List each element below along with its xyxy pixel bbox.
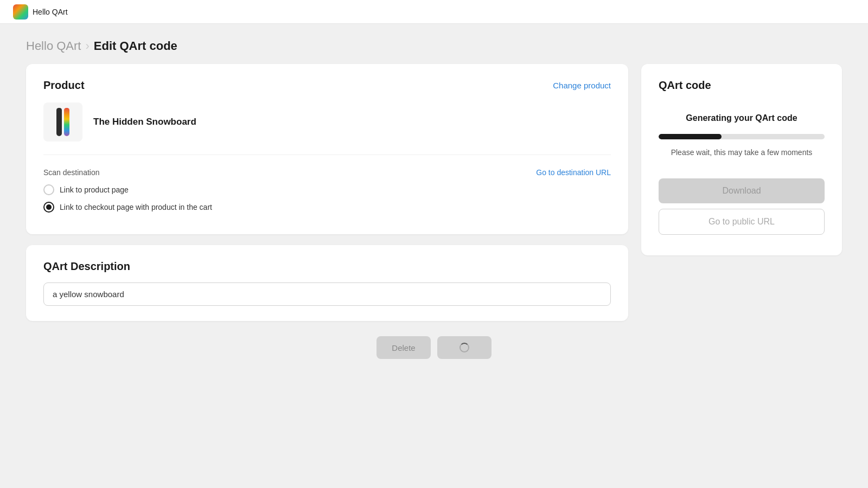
product-info: The Hidden Snowboard (43, 102, 611, 155)
breadcrumb-separator: › (85, 39, 89, 53)
breadcrumb-current: Edit QArt code (94, 39, 177, 53)
product-image (43, 102, 82, 142)
radio-circle-checkout[interactable] (43, 202, 54, 213)
radio-label-product-page: Link to product page (60, 185, 129, 194)
product-card: Product Change product The Hidden Snowbo… (26, 64, 628, 234)
progress-bar-bg (659, 134, 825, 139)
left-column: Product Change product The Hidden Snowbo… (26, 64, 628, 321)
product-card-title: Product (43, 79, 85, 92)
snowboard-right (64, 108, 69, 136)
main-layout: Product Change product The Hidden Snowbo… (0, 64, 868, 321)
radio-link-checkout[interactable]: Link to checkout page with product in th… (43, 202, 611, 213)
radio-label-checkout: Link to checkout page with product in th… (60, 203, 212, 211)
radio-link-product-page[interactable]: Link to product page (43, 184, 611, 195)
qart-code-card-title: QArt code (659, 79, 825, 92)
generating-label: Generating your QArt code (659, 113, 825, 123)
top-bar: Hello QArt (0, 0, 868, 24)
go-public-url-button[interactable]: Go to public URL (659, 209, 825, 235)
wait-text: Please wait, this may take a few moments (659, 148, 825, 157)
product-card-header: Product Change product (43, 79, 611, 92)
description-card-title: QArt Description (43, 260, 130, 272)
right-column: QArt code Generating your QArt code Plea… (641, 64, 842, 321)
breadcrumb: Hello QArt › Edit QArt code (0, 24, 868, 64)
app-logo (13, 4, 28, 20)
snowboard-left (56, 108, 62, 136)
scan-destination-row: Scan destination Go to destination URL (43, 168, 611, 177)
go-to-destination-url-link[interactable]: Go to destination URL (536, 168, 611, 177)
saving-button[interactable] (437, 336, 492, 359)
app-name: Hello QArt (33, 8, 68, 16)
scan-destination-label: Scan destination (43, 168, 100, 177)
bottom-actions: Delete (0, 336, 868, 359)
qart-code-card: QArt code Generating your QArt code Plea… (641, 64, 842, 255)
breadcrumb-home[interactable]: Hello QArt (26, 39, 81, 53)
progress-bar-fill (659, 134, 722, 139)
delete-button[interactable]: Delete (376, 336, 430, 359)
snowboard-illustration (56, 106, 69, 138)
product-name: The Hidden Snowboard (93, 117, 196, 127)
download-button[interactable]: Download (659, 178, 825, 203)
description-input[interactable] (43, 282, 611, 306)
change-product-link[interactable]: Change product (553, 81, 611, 90)
saving-spinner (459, 343, 469, 352)
radio-circle-product-page[interactable] (43, 184, 54, 195)
description-card: QArt Description (26, 245, 628, 321)
